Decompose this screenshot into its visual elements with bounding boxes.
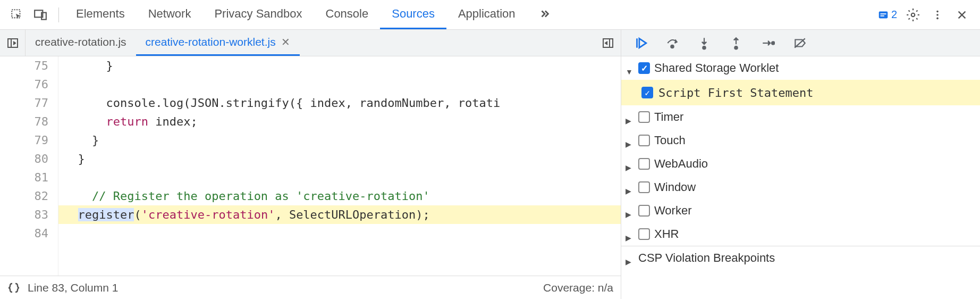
code-line-highlighted: register('creative-rotation', SelectURLO…: [58, 205, 621, 224]
issues-count: 2: [891, 9, 897, 21]
line-number: 77: [0, 94, 48, 112]
code-line: [58, 224, 621, 243]
code-line: return index;: [58, 112, 621, 131]
checkbox-unchecked[interactable]: [638, 158, 650, 170]
tab-console[interactable]: Console: [314, 0, 381, 29]
main-area: 75 76 77 78 79 80 81 82 83 84 } console.…: [0, 56, 980, 299]
close-tab-icon[interactable]: ✕: [281, 36, 290, 48]
code-lines: } console.log(JSON.stringify({ index, ra…: [58, 56, 621, 276]
breakpoint-category-label: Shared Storage Worklet: [654, 61, 779, 75]
device-toolbar-icon[interactable]: [32, 6, 49, 23]
line-number: 76: [0, 75, 48, 94]
svg-point-7: [936, 10, 939, 12]
navigator-toggle-icon[interactable]: [0, 30, 26, 56]
line-number: 78: [0, 112, 48, 131]
panel-tabs: Elements Network Privacy Sandbox Console…: [64, 0, 562, 29]
line-number: 83: [0, 205, 48, 224]
breakpoint-category-label: Touch: [654, 134, 686, 147]
coverage-status: Coverage: n/a: [543, 281, 613, 294]
disclosure-right-icon: [626, 254, 634, 262]
step-out-icon[interactable]: [728, 35, 745, 52]
breakpoint-item-label: Script First Statement: [658, 86, 813, 99]
checkbox-checked[interactable]: [641, 87, 653, 98]
breakpoint-section-label: CSP Violation Breakpoints: [638, 251, 775, 265]
tab-elements[interactable]: Elements: [64, 0, 137, 29]
disclosure-right-icon: [626, 160, 634, 168]
code-line: }: [58, 131, 621, 150]
breakpoint-category-webaudio[interactable]: WebAudio: [621, 152, 980, 176]
checkbox-checked[interactable]: [638, 62, 650, 74]
breakpoint-category-label: Timer: [654, 110, 683, 124]
disclosure-right-icon: [626, 206, 634, 215]
cursor-position: Line 83, Column 1: [28, 281, 118, 294]
code-editor[interactable]: 75 76 77 78 79 80 81 82 83 84 } console.…: [0, 56, 621, 276]
svg-point-21: [772, 41, 774, 44]
breakpoints-pane: Shared Storage Worklet Script First Stat…: [621, 56, 980, 299]
file-tab-label: creative-rotation-worklet.js: [146, 36, 276, 48]
breakpoint-category-window[interactable]: Window: [621, 176, 980, 199]
settings-icon[interactable]: [905, 6, 922, 23]
checkbox-unchecked[interactable]: [638, 135, 650, 146]
step-over-icon[interactable]: [664, 35, 681, 52]
tab-network[interactable]: Network: [137, 0, 203, 29]
devtools-top-bar: Elements Network Privacy Sandbox Console…: [0, 0, 980, 30]
issues-badge[interactable]: 2: [877, 9, 897, 21]
svg-rect-3: [879, 11, 888, 18]
step-icon[interactable]: [759, 35, 776, 52]
more-tabs-icon[interactable]: [527, 0, 562, 29]
breakpoint-category-label: Worker: [654, 204, 692, 218]
line-number: 80: [0, 150, 48, 168]
file-tabs: creative-rotation.js creative-rotation-w…: [26, 30, 300, 56]
svg-point-8: [936, 14, 939, 16]
line-number: 81: [0, 168, 48, 187]
code-line: [58, 75, 621, 94]
top-right-controls: 2: [877, 6, 976, 23]
file-tab-label: creative-rotation.js: [35, 36, 126, 48]
breakpoint-category-expanded[interactable]: Shared Storage Worklet: [621, 56, 980, 80]
tab-sources[interactable]: Sources: [380, 0, 446, 29]
breakpoint-category-label: WebAudio: [654, 157, 708, 171]
tab-application[interactable]: Application: [446, 0, 527, 29]
breakpoint-category-touch[interactable]: Touch: [621, 129, 980, 152]
file-tab-bar-left: creative-rotation.js creative-rotation-w…: [0, 30, 621, 56]
file-tab-creative-rotation-worklet[interactable]: creative-rotation-worklet.js ✕: [136, 30, 300, 56]
line-number: 75: [0, 56, 48, 75]
resume-icon[interactable]: [632, 35, 649, 52]
divider: [58, 7, 59, 22]
breakpoint-category-worker[interactable]: Worker: [621, 199, 980, 222]
svg-point-15: [671, 45, 673, 47]
checkbox-unchecked[interactable]: [638, 228, 650, 240]
disclosure-right-icon: [626, 230, 634, 238]
line-number: 84: [0, 224, 48, 243]
pretty-print-icon[interactable]: [7, 281, 20, 294]
breakpoint-category-xhr[interactable]: XHR: [621, 222, 980, 246]
deactivate-breakpoints-icon[interactable]: [791, 35, 808, 52]
inspect-element-icon[interactable]: [9, 6, 26, 23]
debugger-sidebar-toggle-icon[interactable]: [595, 37, 621, 49]
breakpoint-category-timer[interactable]: Timer: [621, 105, 980, 129]
debug-toolbar: [621, 30, 819, 56]
breakpoint-category-label: Window: [654, 180, 696, 194]
kebab-menu-icon[interactable]: [929, 6, 946, 23]
code-line: console.log(JSON.stringify({ index, rand…: [58, 94, 621, 112]
breakpoint-category-label: XHR: [654, 227, 679, 241]
file-tab-creative-rotation[interactable]: creative-rotation.js: [26, 30, 136, 56]
code-pane: 75 76 77 78 79 80 81 82 83 84 } console.…: [0, 56, 621, 299]
breakpoint-item-selected[interactable]: Script First Statement: [621, 80, 980, 105]
disclosure-right-icon: [626, 113, 634, 121]
disclosure-right-icon: [626, 136, 634, 145]
checkbox-unchecked[interactable]: [638, 111, 650, 123]
svg-point-17: [703, 46, 705, 48]
breakpoint-section-csp[interactable]: CSP Violation Breakpoints: [621, 246, 980, 269]
tab-privacy-sandbox[interactable]: Privacy Sandbox: [202, 0, 314, 29]
svg-rect-0: [12, 10, 20, 18]
code-line: // Register the operation as 'creative-r…: [58, 187, 621, 205]
code-line: }: [58, 56, 621, 75]
checkbox-unchecked[interactable]: [638, 181, 650, 193]
svg-point-9: [936, 17, 939, 19]
line-number: 79: [0, 131, 48, 150]
step-into-icon[interactable]: [696, 35, 713, 52]
disclosure-down-icon: [626, 64, 634, 72]
checkbox-unchecked[interactable]: [638, 205, 650, 217]
close-devtools-icon[interactable]: [953, 6, 970, 23]
